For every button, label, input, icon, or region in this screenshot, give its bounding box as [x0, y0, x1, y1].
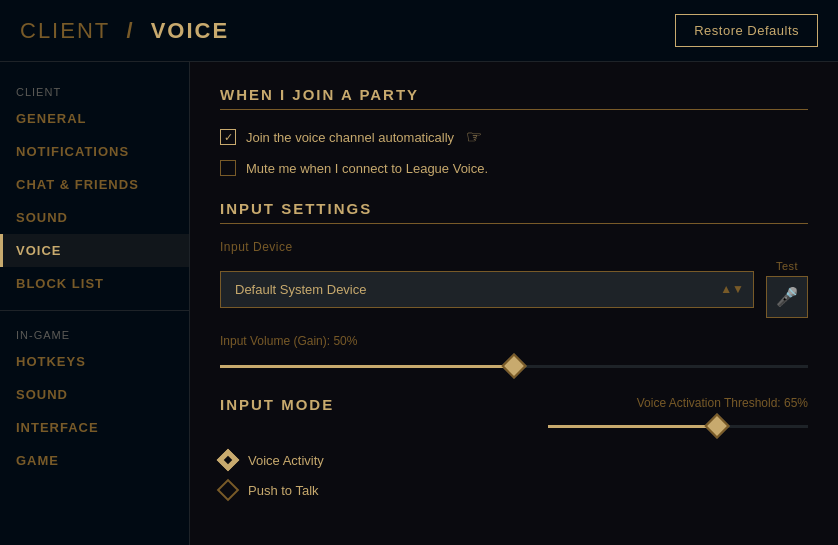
page-header: CLIENT / VOICE Restore Defaults — [0, 0, 838, 62]
mute-connect-checkbox[interactable] — [220, 160, 236, 176]
sidebar-section-ingame: In-Game — [0, 321, 189, 345]
mute-connect-label: Mute me when I connect to League Voice. — [246, 161, 488, 176]
restore-defaults-button[interactable]: Restore Defaults — [675, 14, 818, 47]
title-separator: / — [126, 18, 134, 43]
sidebar-divider — [0, 310, 189, 311]
device-row: Default System Device ▲▼ Test 🎤 — [220, 260, 808, 318]
device-select-wrapper: Default System Device ▲▼ — [220, 271, 754, 308]
test-mic-button[interactable]: 🎤 — [766, 276, 808, 318]
sidebar-item-interface[interactable]: INTERFACE — [0, 411, 189, 444]
sidebar-item-hotkeys[interactable]: HOTKEYS — [0, 345, 189, 378]
input-mode-header: INPUT MODE Voice Activation Threshold: 6… — [220, 396, 808, 436]
sidebar: Client GENERAL NOTIFICATIONS CHAT & FRIE… — [0, 62, 190, 545]
auto-join-checkbox[interactable] — [220, 129, 236, 145]
auto-join-label: Join the voice channel automatically — [246, 130, 454, 145]
test-section: Test 🎤 — [766, 260, 808, 318]
input-volume-label: Input Volume (Gain): 50% — [220, 334, 808, 348]
sidebar-item-notifications[interactable]: NOTIFICATIONS — [0, 135, 189, 168]
mute-connect-row[interactable]: Mute me when I connect to League Voice. — [220, 160, 808, 176]
sidebar-section-client: Client — [0, 78, 189, 102]
voice-activity-label: Voice Activity — [248, 453, 324, 468]
input-volume-slider-container — [220, 356, 808, 376]
title-client: CLIENT — [20, 18, 110, 43]
input-settings-title: INPUT SETTINGS — [220, 200, 808, 224]
content-area: WHEN I JOIN A PARTY Join the voice chann… — [190, 62, 838, 545]
sidebar-item-game[interactable]: GAME — [0, 444, 189, 477]
sidebar-item-voice[interactable]: VOICE — [0, 234, 189, 267]
sidebar-item-block-list[interactable]: BLOCK LIST — [0, 267, 189, 300]
voice-activity-row[interactable]: Voice Activity — [220, 452, 808, 468]
push-to-talk-label: Push to Talk — [248, 483, 319, 498]
input-mode-section: INPUT MODE Voice Activation Threshold: 6… — [220, 396, 808, 498]
volume-row: Input Volume (Gain): 50% — [220, 334, 808, 376]
sidebar-item-chat-friends[interactable]: CHAT & FRIENDS — [0, 168, 189, 201]
cursor-icon: ☞ — [466, 126, 482, 148]
main-layout: Client GENERAL NOTIFICATIONS CHAT & FRIE… — [0, 62, 838, 545]
threshold-slider-container — [548, 416, 808, 436]
sidebar-item-sound[interactable]: SOUND — [0, 201, 189, 234]
party-section-title: WHEN I JOIN A PARTY — [220, 86, 808, 110]
input-device-label: Input Device — [220, 240, 808, 254]
threshold-area: Voice Activation Threshold: 65% — [548, 396, 808, 436]
input-mode-title: INPUT MODE — [220, 396, 334, 413]
input-settings-section: INPUT SETTINGS Input Device Default Syst… — [220, 200, 808, 376]
voice-activity-radio[interactable] — [217, 449, 240, 472]
voice-activity-radio-inner — [224, 456, 232, 464]
test-label: Test — [776, 260, 798, 272]
sidebar-item-sound-ig[interactable]: SOUND — [0, 378, 189, 411]
auto-join-row[interactable]: Join the voice channel automatically ☞ — [220, 126, 808, 148]
mic-icon: 🎤 — [776, 286, 798, 308]
page-title: CLIENT / VOICE — [20, 18, 229, 44]
threshold-label: Voice Activation Threshold: 65% — [548, 396, 808, 410]
input-device-select[interactable]: Default System Device — [220, 271, 754, 308]
push-to-talk-row[interactable]: Push to Talk — [220, 482, 808, 498]
push-to-talk-radio[interactable] — [217, 479, 240, 502]
sidebar-item-general[interactable]: GENERAL — [0, 102, 189, 135]
party-section: WHEN I JOIN A PARTY Join the voice chann… — [220, 86, 808, 176]
title-voice: VOICE — [151, 18, 229, 43]
